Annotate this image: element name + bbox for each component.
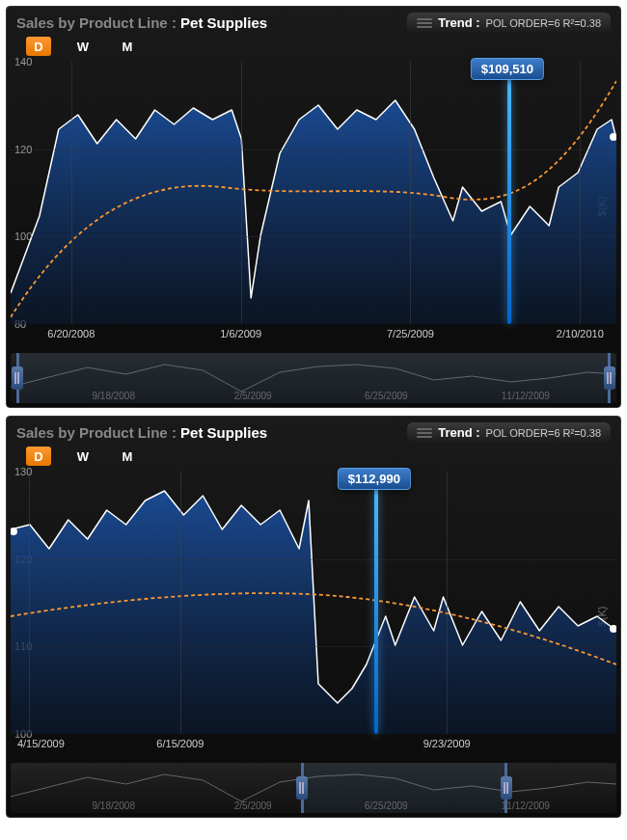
chart-panel-2: Sales by Product Line : Pet Supplies Tre… [6, 416, 621, 818]
x-tick: 4/15/2009 [17, 738, 65, 749]
period-month-button[interactable]: M [115, 447, 140, 466]
scrubber-handle-right[interactable] [501, 776, 512, 799]
cursor-line[interactable] [374, 483, 378, 734]
x-axis: 6/20/2008 1/6/2009 7/25/2009 2/10/2010 [11, 328, 616, 349]
x-tick: 7/25/2009 [387, 328, 434, 339]
panel-header: Sales by Product Line : Pet Supplies Tre… [7, 7, 620, 33]
scrub-tick: 2/5/2009 [234, 800, 272, 811]
period-day-button[interactable]: D [26, 447, 51, 466]
trend-label: Trend : [438, 425, 479, 440]
chart-svg [11, 472, 616, 734]
range-scrubber[interactable]: 9/18/2008 2/5/2009 6/25/2009 11/12/2009 [11, 763, 616, 813]
period-selector: D W M [7, 443, 620, 472]
x-tick: 2/10/2010 [557, 328, 604, 339]
x-tick: 6/20/2008 [47, 328, 95, 339]
chart-plot-area[interactable]: 100 110 120 130 $(K) $112,990 4/15/2009 [11, 472, 616, 761]
range-scrubber[interactable]: 9/18/2008 2/5/2009 6/25/2009 11/12/2009 [11, 353, 616, 403]
scrubber-handle-left[interactable] [296, 776, 308, 799]
scrub-tick: 2/5/2009 [234, 391, 272, 401]
title-prefix: Sales by Product Line : [16, 14, 180, 31]
scrub-tick: 6/25/2009 [365, 391, 408, 401]
x-tick: 6/15/2009 [156, 738, 204, 749]
trend-text: POL ORDER=6 R²=0.38 [486, 427, 601, 439]
menu-icon [417, 16, 432, 30]
trend-box[interactable]: Trend : POL ORDER=6 R²=0.38 [407, 13, 611, 33]
scrub-tick: 11/12/2009 [502, 391, 550, 401]
scrub-tick: 6/25/2009 [365, 800, 408, 811]
title-value: Pet Supplies [180, 424, 267, 441]
panel-header: Sales by Product Line : Pet Supplies Tre… [7, 417, 620, 443]
menu-icon [417, 426, 432, 440]
x-tick: 1/6/2009 [220, 328, 261, 339]
x-axis: 4/15/2009 6/15/2009 9/23/2009 [11, 738, 616, 759]
trend-text: POL ORDER=6 R²=0.38 [486, 17, 601, 29]
x-tick: 9/23/2009 [423, 738, 471, 749]
cursor-line[interactable] [507, 73, 511, 324]
scrubber-handle-right[interactable] [604, 366, 615, 390]
chart-svg [11, 62, 616, 324]
scrub-tick: 9/18/2008 [93, 800, 136, 811]
scrub-tick: 11/12/2009 [502, 800, 550, 811]
trend-box[interactable]: Trend : POL ORDER=6 R²=0.38 [407, 422, 611, 443]
period-week-button[interactable]: W [70, 37, 95, 56]
title-value: Pet Supplies [180, 14, 267, 31]
cursor-tooltip: $109,510 [471, 58, 544, 80]
period-day-button[interactable]: D [26, 37, 51, 56]
trend-label: Trend : [438, 15, 479, 30]
chart-title: Sales by Product Line : Pet Supplies [16, 14, 267, 31]
scrub-tick: 9/18/2008 [93, 391, 136, 401]
period-month-button[interactable]: M [115, 37, 140, 56]
scrubber-handle-left[interactable] [12, 366, 23, 390]
chart-panel-1: Sales by Product Line : Pet Supplies Tre… [6, 6, 621, 408]
period-week-button[interactable]: W [70, 447, 95, 466]
chart-plot-area[interactable]: 80 100 120 140 $(K) [11, 62, 616, 351]
title-prefix: Sales by Product Line : [16, 424, 180, 441]
cursor-tooltip: $112,990 [338, 468, 411, 490]
chart-title: Sales by Product Line : Pet Supplies [16, 424, 267, 441]
